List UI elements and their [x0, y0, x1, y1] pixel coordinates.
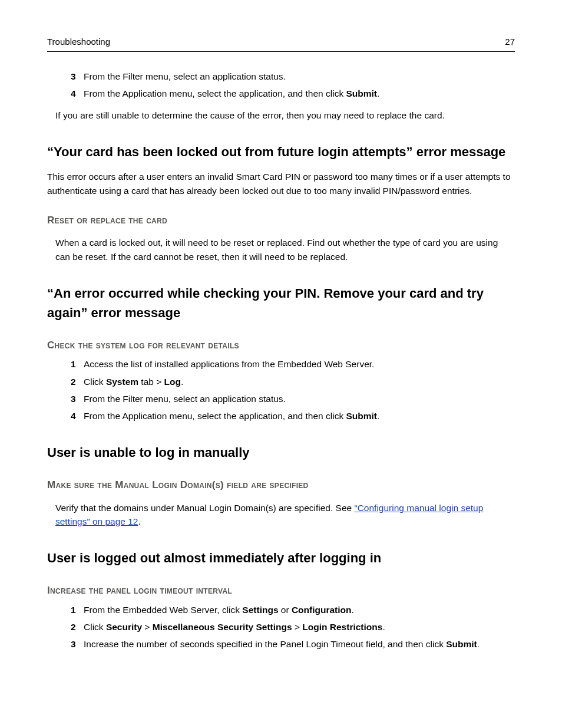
ordered-list-continued: 3 From the Filter menu, select an applic…	[47, 70, 515, 101]
bold-run: Submit	[346, 411, 377, 421]
list-number: 1	[71, 357, 84, 371]
list-item: 2 Click Security > Miscellaneous Securit…	[71, 620, 515, 634]
list-text: Click System tab > Log.	[84, 375, 515, 388]
list-item: 1 From the Embedded Web Server, click Se…	[71, 603, 515, 617]
text-run: >	[142, 622, 153, 632]
text-run: .	[377, 88, 379, 98]
list-text: From the Application menu, select the ap…	[84, 87, 515, 100]
list-number: 1	[71, 603, 84, 617]
list-number: 2	[71, 620, 84, 634]
section-heading-logged-out: User is logged out almost immediately af…	[47, 548, 515, 568]
text-run: From the Embedded Web Server, click	[84, 605, 242, 615]
list-number: 3	[71, 392, 84, 406]
list-text: From the Embedded Web Server, click Sett…	[84, 603, 515, 617]
bold-run: Log	[164, 377, 181, 387]
header-section: Troubleshooting	[47, 35, 110, 49]
header-page-number: 27	[505, 35, 515, 49]
list-number: 3	[71, 637, 84, 651]
list-text: From the Application menu, select the ap…	[84, 409, 515, 423]
list-text: Increase the number of seconds specified…	[84, 637, 515, 651]
list-item: 3 From the Filter menu, select an applic…	[71, 392, 515, 406]
ordered-list: 1 From the Embedded Web Server, click Se…	[47, 603, 515, 651]
text-run: .	[382, 622, 385, 632]
list-number: 4	[71, 87, 84, 100]
text-run: .	[377, 411, 379, 421]
list-text: From the Filter menu, select an applicat…	[84, 392, 515, 406]
bold-run: Submit	[346, 88, 377, 98]
bold-run: Miscellaneous Security Settings	[153, 622, 292, 632]
bold-run: Configuration	[292, 605, 352, 615]
text-run: From the Application menu, select the ap…	[84, 411, 346, 421]
paragraph: When a card is locked out, it will need …	[47, 236, 515, 263]
section-heading-manual-login: User is unable to log in manually	[47, 443, 515, 462]
subsection-heading: Check the system log for relevant detail…	[47, 338, 515, 353]
text-run: Increase the number of seconds specified…	[84, 639, 446, 649]
bold-run: Submit	[446, 639, 477, 649]
section-heading-pin-error: “An error occurred while checking your P…	[47, 284, 515, 322]
subsection-heading: Increase the panel login timeout interva…	[47, 583, 515, 598]
ordered-list: 1 Access the list of installed applicati…	[47, 357, 515, 423]
bold-run: Security	[106, 622, 142, 632]
text-run: Click	[84, 377, 106, 387]
list-text: From the Filter menu, select an applicat…	[84, 70, 515, 83]
list-item: 1 Access the list of installed applicati…	[71, 357, 515, 371]
text-run: Click	[84, 622, 106, 632]
list-item: 3 Increase the number of seconds specifi…	[71, 637, 515, 651]
list-number: 3	[71, 70, 84, 83]
list-item: 4 From the Application menu, select the …	[71, 409, 515, 423]
text-run: .	[138, 516, 140, 526]
text-run: .	[477, 639, 480, 649]
text-run: >	[292, 622, 303, 632]
text-run: .	[352, 605, 354, 615]
list-number: 4	[71, 409, 84, 423]
text-run: Verify that the domains under Manual Log…	[55, 503, 354, 513]
text-run: From the Application menu, select the ap…	[84, 88, 346, 98]
page-header: Troubleshooting 27	[47, 35, 515, 52]
paragraph: Verify that the domains under Manual Log…	[47, 501, 515, 529]
text-run: or	[279, 605, 292, 615]
bold-run: System	[106, 377, 138, 387]
list-item: 3 From the Filter menu, select an applic…	[71, 70, 515, 83]
list-item: 2 Click System tab > Log.	[71, 375, 515, 388]
subsection-heading: Reset or replace the card	[47, 213, 515, 228]
list-text: Click Security > Miscellaneous Security …	[84, 620, 515, 634]
paragraph: This error occurs after a user enters an…	[47, 170, 515, 197]
paragraph: If you are still unable to determine the…	[47, 108, 515, 122]
bold-run: Login Restrictions	[302, 622, 382, 632]
list-number: 2	[71, 375, 84, 388]
list-item: 4 From the Application menu, select the …	[71, 87, 515, 100]
bold-run: Settings	[242, 605, 278, 615]
subsection-heading: Make sure the Manual Login Domain(s) fie…	[47, 477, 515, 493]
text-run: .	[181, 377, 183, 387]
text-run: tab >	[138, 377, 164, 387]
section-heading-locked-out: “Your card has been locked out from futu…	[47, 142, 515, 162]
list-text: Access the list of installed application…	[84, 357, 515, 371]
